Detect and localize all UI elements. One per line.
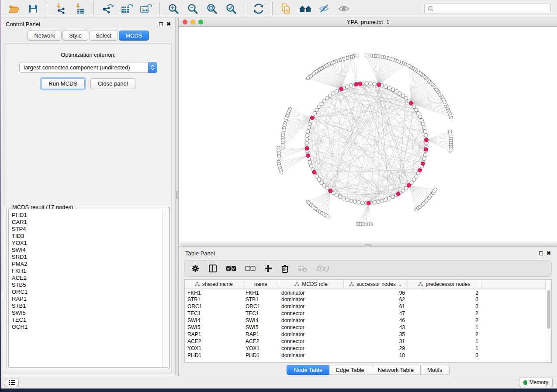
network-node[interactable] bbox=[338, 195, 342, 199]
select-all-button[interactable] bbox=[226, 265, 236, 272]
network-node[interactable] bbox=[306, 130, 309, 133]
network-leaf-node[interactable] bbox=[408, 64, 411, 68]
network-node[interactable] bbox=[380, 199, 384, 203]
zoom-in-button[interactable] bbox=[165, 2, 182, 16]
network-node[interactable] bbox=[422, 126, 426, 129]
network-node[interactable] bbox=[322, 184, 326, 187]
table-scrollbar-thumb[interactable] bbox=[547, 290, 550, 329]
network-node[interactable] bbox=[305, 138, 308, 141]
network-node[interactable] bbox=[328, 94, 332, 97]
mcds-result-item[interactable]: GCR1 bbox=[12, 323, 168, 330]
show-all-button[interactable] bbox=[336, 2, 352, 16]
mcds-result-item[interactable]: ORC1 bbox=[12, 289, 168, 296]
network-node[interactable] bbox=[308, 161, 311, 164]
network-node[interactable] bbox=[309, 164, 313, 168]
column-header-name[interactable]: name bbox=[243, 280, 279, 289]
network-node[interactable] bbox=[325, 96, 329, 100]
mcds-result-item[interactable]: SWI4 bbox=[12, 247, 168, 254]
network-node[interactable] bbox=[322, 99, 326, 103]
network-node[interactable] bbox=[419, 115, 422, 118]
mcds-dominator-node[interactable] bbox=[377, 83, 381, 87]
mcds-result-item[interactable]: STB1 bbox=[12, 303, 168, 309]
zoom-selected-button[interactable] bbox=[223, 2, 239, 16]
table-row[interactable]: SWI5SWI5connector431 bbox=[185, 324, 546, 331]
network-node[interactable] bbox=[307, 126, 310, 129]
task-history-button[interactable] bbox=[6, 378, 19, 387]
run-mcds-button[interactable]: Run MCDS bbox=[41, 78, 85, 89]
network-node[interactable] bbox=[342, 196, 345, 200]
node-table[interactable]: shared namenameMCDS rolesuccessor nodes⌄… bbox=[184, 279, 552, 363]
network-node[interactable] bbox=[415, 108, 418, 112]
network-node[interactable] bbox=[377, 200, 380, 203]
network-node[interactable] bbox=[416, 111, 420, 115]
close-panel-icon[interactable]: ✖ bbox=[547, 251, 551, 255]
float-panel-icon[interactable] bbox=[159, 22, 163, 26]
mcds-result-list[interactable]: PHD1CAR1STP4TID3YOX1SWI4SRD1PMA2FKH1ACE2… bbox=[8, 209, 168, 368]
network-node[interactable] bbox=[349, 83, 353, 87]
network-node[interactable] bbox=[317, 105, 321, 108]
network-graph[interactable] bbox=[179, 27, 557, 243]
mcds-dominator-node[interactable] bbox=[358, 82, 362, 86]
mcds-result-item[interactable]: PMA2 bbox=[12, 261, 168, 268]
zoom-fit-button[interactable] bbox=[204, 2, 220, 16]
network-node[interactable] bbox=[423, 130, 427, 133]
mcds-dominator-node[interactable] bbox=[310, 116, 314, 120]
mcds-result-item[interactable]: SWI5 bbox=[12, 309, 168, 316]
first-neighbors-button[interactable] bbox=[297, 2, 314, 16]
memory-button[interactable]: Memory bbox=[519, 378, 553, 387]
column-header-predecessor-nodes[interactable]: predecessor nodes bbox=[408, 280, 481, 289]
table-row[interactable]: TEC1TEC1connector472 bbox=[185, 310, 546, 317]
network-node[interactable] bbox=[387, 86, 391, 89]
mcds-result-item[interactable]: TID3 bbox=[12, 233, 168, 240]
tab-select[interactable]: Select bbox=[89, 31, 118, 41]
delete-column-button[interactable] bbox=[281, 264, 289, 273]
network-node[interactable] bbox=[320, 181, 323, 184]
network-node[interactable] bbox=[325, 186, 329, 190]
network-node[interactable] bbox=[398, 92, 401, 95]
network-node[interactable] bbox=[384, 198, 387, 202]
network-node[interactable] bbox=[401, 94, 405, 97]
network-node[interactable] bbox=[423, 153, 427, 157]
export-table-button[interactable] bbox=[118, 2, 135, 16]
close-panel-icon[interactable]: ✖ bbox=[166, 22, 171, 26]
search-input[interactable] bbox=[436, 6, 547, 12]
tab-network[interactable]: Network bbox=[28, 31, 62, 41]
network-node[interactable] bbox=[401, 189, 405, 192]
table-row[interactable]: ORC1ORC1dominator610 bbox=[185, 303, 546, 310]
create-column-button[interactable] bbox=[264, 265, 272, 272]
table-row[interactable]: FKH1FKH1dominator962 bbox=[185, 289, 546, 296]
mcds-result-item[interactable]: FKH1 bbox=[12, 268, 168, 275]
close-panel-button[interactable]: Close panel bbox=[90, 78, 135, 89]
network-node[interactable] bbox=[422, 122, 425, 126]
export-network-button[interactable] bbox=[99, 2, 116, 16]
table-row[interactable]: SWI4SWI4dominator462 bbox=[185, 317, 546, 324]
network-node[interactable] bbox=[391, 195, 394, 199]
network-leaf-node[interactable] bbox=[365, 54, 368, 57]
network-leaf-node[interactable] bbox=[306, 76, 310, 80]
network-node[interactable] bbox=[305, 141, 308, 145]
table-row[interactable]: RAP1RAP1dominator352 bbox=[185, 331, 546, 338]
export-image-button[interactable] bbox=[138, 2, 154, 16]
network-node[interactable] bbox=[353, 200, 356, 203]
tab-motifs[interactable]: Motifs bbox=[421, 365, 450, 375]
mcds-dominator-node[interactable] bbox=[409, 101, 413, 105]
network-node[interactable] bbox=[335, 89, 338, 93]
network-leaf-node[interactable] bbox=[281, 146, 284, 149]
network-node[interactable] bbox=[365, 82, 368, 85]
clone-network-button[interactable] bbox=[278, 2, 294, 16]
network-leaf-node[interactable] bbox=[369, 223, 373, 226]
network-node[interactable] bbox=[305, 134, 309, 137]
network-node[interactable] bbox=[391, 88, 394, 91]
mcds-result-item[interactable]: TEC1 bbox=[12, 316, 168, 323]
network-node[interactable] bbox=[349, 199, 353, 203]
import-network-button[interactable] bbox=[52, 2, 69, 16]
mcds-dominator-node[interactable] bbox=[354, 83, 358, 86]
deselect-all-button[interactable] bbox=[245, 265, 256, 272]
network-node[interactable] bbox=[361, 201, 364, 205]
network-node[interactable] bbox=[424, 134, 428, 137]
mcds-result-item[interactable]: RAP1 bbox=[12, 296, 168, 303]
mcds-dominator-node[interactable] bbox=[306, 154, 310, 158]
table-row[interactable]: PHD1PHD1dominator180 bbox=[185, 352, 546, 359]
network-node[interactable] bbox=[308, 122, 311, 126]
network-node[interactable] bbox=[373, 82, 376, 86]
